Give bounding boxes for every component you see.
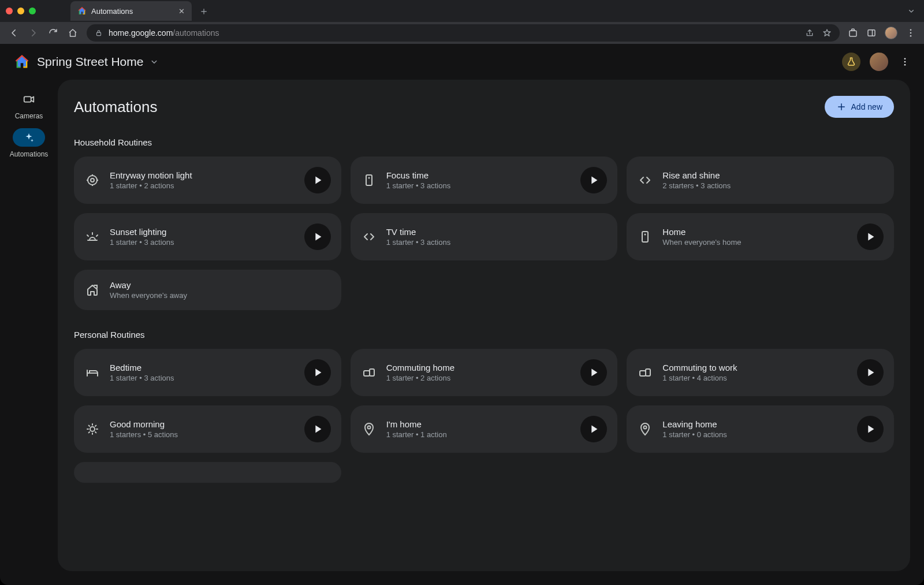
routine-card[interactable]: I'm home1 starter • 1 action — [351, 405, 618, 453]
tab-title: Automations — [91, 7, 133, 16]
sidebar-item-label: Automations — [10, 150, 49, 158]
profile-avatar-icon[interactable] — [885, 27, 897, 39]
routine-title: Commuting to work — [662, 363, 848, 372]
camera-icon — [23, 93, 35, 106]
routine-card[interactable]: Sunset lighting1 starter • 3 actions — [74, 213, 341, 260]
side-panel-icon[interactable] — [866, 28, 877, 38]
section-title-household: Household Routines — [74, 137, 894, 147]
routine-card[interactable]: TV time1 starter • 3 actions — [351, 213, 618, 260]
routine-subtitle: 1 starter • 4 actions — [662, 374, 848, 382]
url-domain: home.google.com — [109, 28, 173, 38]
plus-icon — [836, 102, 847, 112]
routine-card-body: Commuting home1 starter • 2 actions — [386, 363, 572, 382]
run-routine-button[interactable] — [580, 167, 607, 193]
routine-card[interactable]: Entryway motion light1 starter • 2 actio… — [74, 157, 341, 204]
routine-title: Rise and shine — [662, 170, 884, 180]
reload-button[interactable] — [47, 28, 59, 38]
routine-card[interactable]: Focus time1 starter • 3 actions — [351, 157, 618, 204]
commute-icon — [361, 364, 377, 381]
routine-card-body: Good morning1 starters • 5 actions — [110, 419, 295, 439]
routine-subtitle: 1 starter • 3 actions — [386, 181, 572, 190]
home-name: Spring Street Home — [37, 55, 143, 69]
page-title: Automations — [74, 98, 158, 116]
tab-bar: Automations ✕ ＋ — [0, 0, 924, 22]
routine-card[interactable]: Commuting to work1 starter • 4 actions — [627, 349, 894, 396]
pin-icon — [637, 421, 653, 437]
routine-subtitle: 1 starter • 0 actions — [662, 430, 848, 439]
run-routine-button[interactable] — [580, 416, 607, 442]
new-tab-button[interactable]: ＋ — [199, 4, 209, 18]
routine-card[interactable]: Bedtime1 starter • 3 actions — [74, 349, 341, 396]
sun-icon — [84, 421, 100, 437]
routine-subtitle: When everyone's home — [662, 238, 848, 247]
routine-card[interactable]: HomeWhen everyone's home — [627, 213, 894, 260]
extensions-icon[interactable] — [848, 28, 858, 38]
side-nav: Cameras Automations — [0, 80, 58, 585]
target-icon — [84, 172, 100, 188]
run-routine-button[interactable] — [857, 223, 884, 250]
device-icon — [361, 172, 377, 188]
routine-subtitle: When everyone's away — [110, 291, 331, 300]
run-routine-button[interactable] — [304, 223, 331, 250]
browser-toolbar: home.google.com/automations — [0, 22, 924, 44]
personal-grid: Bedtime1 starter • 3 actionsCommuting ho… — [74, 349, 894, 453]
run-routine-button[interactable] — [304, 359, 331, 386]
account-avatar[interactable] — [870, 53, 888, 71]
routine-card[interactable] — [74, 462, 341, 483]
routine-subtitle: 1 starter • 3 actions — [110, 374, 295, 382]
add-new-label: Add new — [851, 102, 882, 111]
routine-title: Entryway motion light — [110, 170, 295, 180]
bed-icon — [84, 364, 100, 381]
google-home-logo-icon — [14, 54, 30, 70]
routine-card-body: Focus time1 starter • 3 actions — [386, 170, 572, 190]
routine-card[interactable]: Commuting home1 starter • 2 actions — [351, 349, 618, 396]
section-title-personal: Personal Routines — [74, 330, 894, 340]
code-icon — [361, 229, 377, 245]
window-minimize-button[interactable] — [17, 8, 24, 14]
home-switcher-button[interactable] — [149, 57, 159, 67]
add-new-button[interactable]: Add new — [825, 96, 894, 118]
lock-icon — [95, 29, 103, 37]
routine-card[interactable]: AwayWhen everyone's away — [74, 270, 341, 310]
run-routine-button[interactable] — [304, 167, 331, 193]
routine-card-body: Leaving home1 starter • 0 actions — [662, 419, 848, 439]
routine-card-body: HomeWhen everyone's home — [662, 227, 848, 247]
routine-card-body: I'm home1 starter • 1 action — [386, 419, 572, 439]
browser-chrome: Automations ✕ ＋ home.google.com/automati… — [0, 0, 924, 44]
sidebar-item-cameras[interactable]: Cameras — [6, 88, 52, 122]
routine-card[interactable]: Good morning1 starters • 5 actions — [74, 405, 341, 453]
labs-button[interactable] — [842, 53, 860, 71]
routine-card[interactable]: Rise and shine2 starters • 3 actions — [627, 157, 894, 204]
window-close-button[interactable] — [6, 8, 13, 14]
back-button[interactable] — [8, 28, 20, 38]
window-maximize-button[interactable] — [29, 8, 36, 14]
tabs-overflow-button[interactable] — [907, 6, 916, 16]
app-menu-button[interactable] — [900, 57, 910, 67]
address-bar[interactable]: home.google.com/automations — [87, 24, 840, 42]
routine-title: Commuting home — [386, 363, 572, 372]
routine-card-body: Entryway motion light1 starter • 2 actio… — [110, 170, 295, 190]
routine-title: Sunset lighting — [110, 227, 295, 237]
run-routine-button[interactable] — [857, 359, 884, 386]
routine-title: Focus time — [386, 170, 572, 180]
routine-card[interactable]: Leaving home1 starter • 0 actions — [627, 405, 894, 453]
forward-button[interactable] — [28, 28, 39, 38]
sparkle-icon — [23, 131, 35, 144]
code-icon — [637, 172, 653, 188]
browser-tab[interactable]: Automations ✕ — [70, 1, 192, 21]
share-icon[interactable] — [805, 28, 814, 38]
sunset-icon — [84, 229, 100, 245]
routine-title: Bedtime — [110, 363, 295, 372]
app-root: Spring Street Home Cameras Automations A… — [0, 44, 924, 585]
window-controls — [6, 8, 36, 14]
browser-menu-icon[interactable] — [906, 28, 916, 38]
sidebar-item-automations[interactable]: Automations — [6, 126, 52, 161]
run-routine-button[interactable] — [580, 359, 607, 386]
run-routine-button[interactable] — [304, 416, 331, 442]
panel-header: Automations Add new — [74, 96, 894, 118]
run-routine-button[interactable] — [857, 416, 884, 442]
close-tab-button[interactable]: ✕ — [178, 7, 185, 16]
bookmark-icon[interactable] — [822, 28, 832, 38]
home-button[interactable] — [67, 28, 79, 38]
tab-favicon-icon — [77, 6, 87, 16]
